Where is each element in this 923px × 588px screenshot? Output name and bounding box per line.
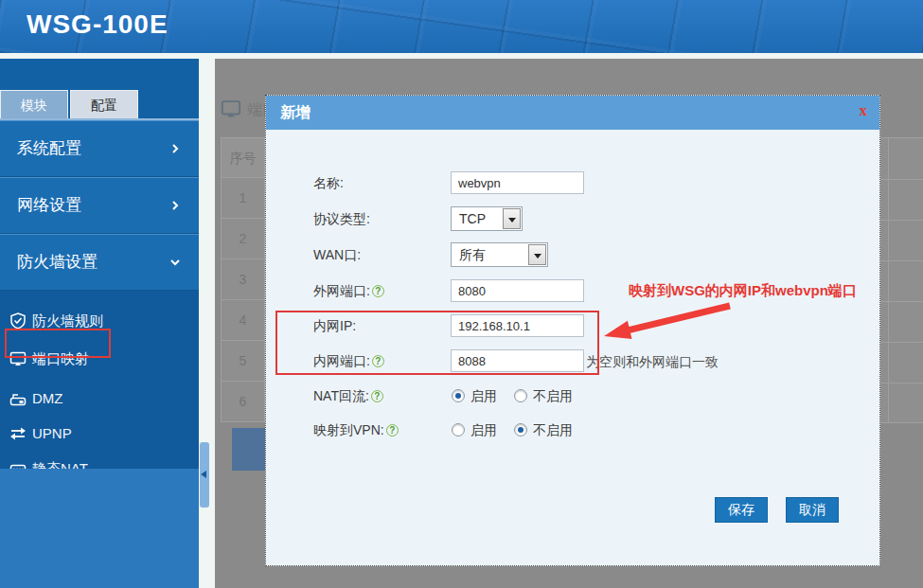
chevron-right-icon [169,142,182,155]
sidebar-item-firewall-settings[interactable]: 防火墙设置 [0,234,199,291]
sidebar-item-firewall-rules[interactable]: 防火墙规则 [0,305,199,337]
nat-loopback-enable-radio[interactable] [452,389,465,402]
sidebar-lower-area [0,469,199,588]
table-row: 3 [221,259,265,300]
help-icon[interactable] [372,355,384,367]
tab-modules[interactable]: 模块 [0,90,68,118]
selected-value: 所有 [459,243,486,266]
monitor-icon [9,350,27,367]
app-header: WSG-100E [0,0,923,53]
field-label: 内网IP: [313,313,356,338]
field-label: 协议类型: [313,206,370,231]
nat-loopback-disable-radio[interactable] [514,389,527,402]
wan-select[interactable]: 所有 [451,242,548,267]
monitor-icon [221,98,241,117]
cancel-button[interactable]: 取消 [786,497,839,523]
sidebar-item-dmz[interactable]: DMZ [0,383,199,415]
form-row-int-ip: 内网IP: [266,313,881,338]
sidebar-collapse-handle[interactable] [200,442,209,508]
field-label: WAN口: [313,242,361,267]
save-button[interactable]: 保存 [715,497,768,523]
help-icon[interactable] [371,390,383,402]
sidebar: 模块 配置 系统配置 网络设置 防火墙设置 [0,59,199,588]
table-row: 5 [221,341,265,382]
menu-label: 防火墙设置 [17,253,98,271]
sidebar-tab-strip: 模块 配置 [0,59,199,120]
menu-label: 网络设置 [17,196,81,214]
table-row: 1 [221,178,265,219]
protocol-select[interactable]: TCP [451,206,523,231]
form-row-protocol: 协议类型: TCP [266,206,881,231]
form-row-int-port: 内网端口: [266,348,881,373]
router-icon [9,390,27,407]
tab-config[interactable]: 配置 [70,90,138,120]
internal-port-input[interactable] [451,349,584,372]
form-row-name: 名称: [266,170,881,195]
firewall-submenu: 防火墙规则 端口映射 DMZ UPNP [0,291,199,469]
submenu-label: DMZ [32,390,63,406]
sidebar-item-network-settings[interactable]: 网络设置 [0,177,199,234]
table-row: 4 [221,300,265,341]
dialog-titlebar: 新增 x [266,96,879,130]
form-row-nat-loopback: NAT回流: 启用 不启用 [266,383,881,408]
field-label: 映射到VPN: [313,422,384,437]
map-vpn-disable-radio[interactable] [514,423,527,437]
form-row-map-vpn: 映射到VPN: 启用 不启用 [266,418,881,442]
selected-value: TCP [459,207,486,230]
submenu-label: 端口映射 [32,350,89,366]
dropdown-arrow-icon[interactable] [503,208,521,229]
external-port-input[interactable] [451,279,584,302]
swap-arrows-icon [9,425,27,442]
sidebar-item-port-mapping[interactable]: 端口映射 [0,343,199,375]
internal-ip-input[interactable] [451,314,584,337]
sidebar-item-system-config[interactable]: 系统配置 [0,120,199,177]
submenu-label: 防火墙规则 [32,312,103,329]
dialog-title: 新增 [280,103,311,123]
app-window: WSG-100E 模块 配置 系统配置 网络设置 [0,0,923,588]
help-icon[interactable] [372,285,384,297]
annotation-callout: 映射到WSG的内网IP和webvpn端口 [629,282,857,300]
menu-label: 系统配置 [17,139,81,157]
field-label: NAT回流: [313,388,369,403]
table-row: 6 [221,382,265,422]
chevron-down-icon [169,256,182,269]
form-row-wan: WAN口: 所有 [266,242,881,267]
sidebar-content-gap [199,53,215,588]
radio-label[interactable]: 不启用 [533,383,573,408]
chevron-right-icon [169,199,182,212]
table-header-cell: 序号 [221,137,265,178]
help-icon[interactable] [386,424,399,437]
radio-label[interactable]: 启用 [470,418,497,442]
sidebar-menu: 系统配置 网络设置 防火墙设置 [0,120,199,291]
add-dialog: 新增 x 名称: 协议类型: TCP WAN口: 所有 外网端口: [265,95,880,566]
dropdown-arrow-icon[interactable] [528,244,546,265]
close-icon[interactable]: x [860,101,868,120]
field-note: 为空则和外网端口一致 [586,349,719,374]
radio-label[interactable]: 启用 [470,383,497,408]
field-label: 内网端口: [313,353,370,368]
map-vpn-enable-radio[interactable] [452,423,465,437]
table-index-column: 序号 1 2 3 4 5 6 [221,137,265,422]
radio-label[interactable]: 不启用 [533,418,573,442]
table-right-fragment [880,137,923,422]
submenu-label: UPNP [32,425,72,441]
sidebar-item-upnp[interactable]: UPNP [0,418,199,450]
field-label: 名称: [313,170,344,195]
field-label: 外网端口: [313,283,370,298]
app-title: WSG-100E [27,9,169,40]
shield-check-icon [9,312,27,330]
table-row: 2 [221,219,265,259]
name-input[interactable] [451,171,584,194]
